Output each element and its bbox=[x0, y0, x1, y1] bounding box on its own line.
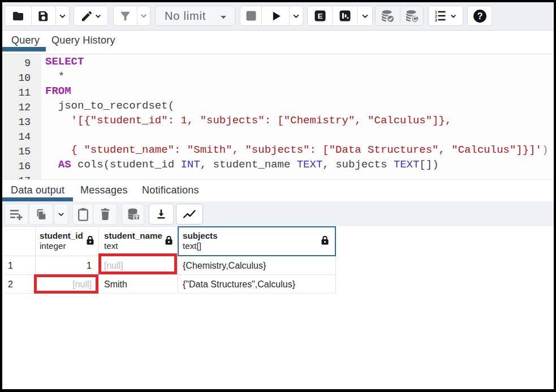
svg-text:?: ? bbox=[477, 11, 482, 21]
svg-text:3: 3 bbox=[435, 18, 437, 22]
svg-text:2: 2 bbox=[435, 14, 437, 18]
svg-text:1: 1 bbox=[435, 10, 437, 14]
svg-text:E: E bbox=[317, 12, 322, 20]
